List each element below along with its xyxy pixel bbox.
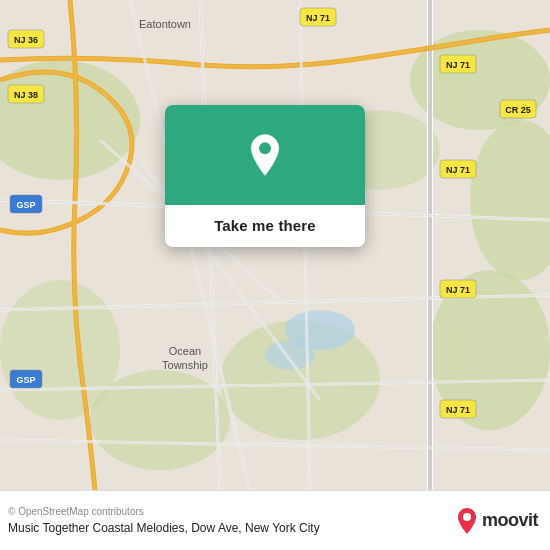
- svg-text:NJ 71: NJ 71: [446, 285, 470, 295]
- svg-text:NJ 36: NJ 36: [14, 35, 38, 45]
- svg-text:CR 25: CR 25: [505, 105, 531, 115]
- moovit-brand-text: moovit: [482, 510, 538, 531]
- svg-point-7: [0, 280, 120, 420]
- svg-text:Eatontown: Eatontown: [139, 18, 191, 30]
- moovit-logo: moovit: [456, 507, 538, 535]
- bottom-bar: © OpenStreetMap contributors Music Toget…: [0, 490, 550, 550]
- location-text: Music Together Coastal Melodies, Dow Ave…: [8, 521, 320, 535]
- location-pin-icon: [243, 133, 287, 177]
- svg-point-54: [259, 142, 271, 154]
- svg-text:Township: Township: [162, 359, 208, 371]
- copyright-text: © OpenStreetMap contributors: [8, 506, 320, 517]
- bottom-left-info: © OpenStreetMap contributors Music Toget…: [8, 506, 320, 535]
- map-container[interactable]: NJ 71 NJ 71 NJ 71 NJ 71 NJ 71 NJ 36 NJ 3…: [0, 0, 550, 490]
- svg-text:NJ 71: NJ 71: [446, 405, 470, 415]
- svg-text:NJ 38: NJ 38: [14, 90, 38, 100]
- svg-text:NJ 71: NJ 71: [446, 60, 470, 70]
- svg-text:NJ 71: NJ 71: [446, 165, 470, 175]
- popup-header: [165, 105, 365, 205]
- svg-text:Ocean: Ocean: [169, 345, 201, 357]
- svg-point-55: [463, 513, 471, 521]
- svg-text:GSP: GSP: [16, 375, 35, 385]
- svg-text:GSP: GSP: [16, 200, 35, 210]
- moovit-pin-icon: [456, 507, 478, 535]
- svg-text:NJ 71: NJ 71: [306, 13, 330, 23]
- popup-body: Take me there: [165, 205, 365, 247]
- take-me-there-button[interactable]: Take me there: [214, 217, 316, 234]
- popup-card: Take me there: [165, 105, 365, 247]
